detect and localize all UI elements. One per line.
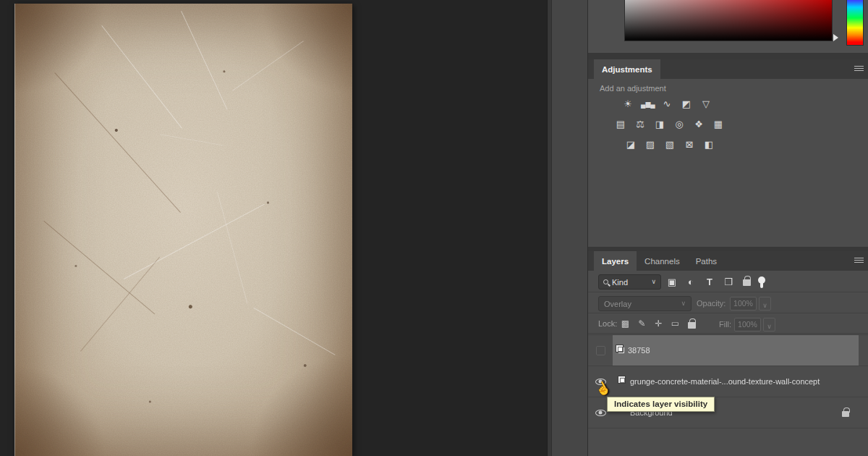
- hue-marker-icon: [833, 34, 838, 41]
- chevron-down-icon: ∨: [767, 323, 772, 330]
- layer-row-38758[interactable]: 38758: [588, 335, 868, 366]
- filter-kind-label: Kind: [612, 278, 651, 287]
- lock-transparency-icon[interactable]: ▩: [620, 318, 631, 329]
- adjustments-content: Add an adjustment ☀ ▄▆▄ ∿ ◩ ▽ ▤ ⚖ ◨ ◎ ❖ …: [588, 79, 868, 247]
- layer-row-body[interactable]: 38758: [613, 335, 859, 366]
- invert-icon[interactable]: ◪: [624, 138, 637, 151]
- document-canvas[interactable]: [14, 4, 352, 456]
- lock-icons: ▩ ✎ ✛ ▭: [620, 316, 702, 331]
- panel-menu-icon[interactable]: [854, 258, 864, 264]
- tab-channels[interactable]: Channels: [637, 251, 688, 271]
- layer-name[interactable]: 38758: [628, 346, 650, 355]
- filter-smart-object-lock-icon[interactable]: [743, 279, 751, 286]
- vibrance-icon[interactable]: ▽: [699, 98, 712, 111]
- black-white-icon[interactable]: ◨: [653, 118, 666, 131]
- layer-name[interactable]: grunge-concrete-material-...ound-texture…: [630, 377, 820, 386]
- exposure-icon[interactable]: ◩: [680, 98, 693, 111]
- lock-move-icon[interactable]: ✛: [653, 318, 664, 329]
- visibility-toggle[interactable]: [588, 335, 613, 366]
- blend-mode-row: Overlay ∨ Opacity: 100% ∨: [588, 293, 868, 313]
- opacity-label: Opacity:: [697, 299, 726, 308]
- layer-filter-row: Kind ∨ ▣ ◐ T ❒: [588, 271, 868, 292]
- filter-type-layers-icon[interactable]: T: [704, 276, 715, 287]
- brightness-contrast-icon[interactable]: ☀: [621, 98, 634, 111]
- collapsed-panel-dock: [551, 0, 587, 456]
- lock-artboard-icon[interactable]: ▭: [670, 318, 681, 329]
- opacity-value[interactable]: 100%: [730, 297, 757, 311]
- gradient-map-icon[interactable]: ⊠: [683, 138, 696, 151]
- color-balance-icon[interactable]: ⚖: [634, 118, 647, 131]
- lock-all-icon[interactable]: [688, 322, 696, 329]
- tooltip: Indicates layer visibility: [607, 397, 715, 412]
- panel-column: Adjustments Add an adjustment ☀ ▄▆▄ ∿ ◩ …: [587, 0, 868, 456]
- texture-grain: [15, 4, 352, 456]
- threshold-icon[interactable]: ▧: [663, 138, 676, 151]
- layers-content: Kind ∨ ▣ ◐ T ❒ Overlay ∨ Opacity:: [588, 271, 868, 456]
- fill-value[interactable]: 100%: [734, 318, 761, 332]
- add-adjustment-hint: Add an adjustment: [600, 84, 666, 93]
- chevron-down-icon: ∨: [681, 300, 686, 307]
- adjustment-icon-row: ◪ ▨ ▧ ⊠ ◧: [624, 138, 722, 151]
- search-icon: [603, 279, 608, 284]
- layer-list: 38758 grunge-concrete-material-...ound-t…: [588, 334, 868, 456]
- photo-filter-icon[interactable]: ◎: [673, 118, 686, 131]
- layer-filtering-toggle-icon[interactable]: [758, 276, 765, 284]
- channel-mixer-icon[interactable]: ❖: [692, 118, 705, 131]
- layers-tab-bar: Layers Channels Paths: [588, 251, 868, 271]
- canvas-workspace: [0, 0, 547, 456]
- color-lookup-icon[interactable]: ▦: [712, 118, 725, 131]
- color-picker-panel: [588, 0, 868, 53]
- saturation-brightness-field[interactable]: [624, 0, 833, 41]
- blend-mode-dropdown[interactable]: Overlay ∨: [598, 296, 692, 311]
- posterize-icon[interactable]: ▨: [644, 138, 657, 151]
- lock-paint-icon[interactable]: ✎: [637, 318, 647, 329]
- panel-menu-icon[interactable]: [854, 66, 864, 72]
- adjustments-tab-bar: Adjustments: [588, 59, 868, 79]
- tab-paths[interactable]: Paths: [688, 251, 725, 271]
- hue-saturation-icon[interactable]: ▤: [614, 118, 627, 131]
- eye-icon: [595, 410, 606, 416]
- tab-layers[interactable]: Layers: [594, 251, 637, 271]
- levels-icon[interactable]: ▄▆▄: [641, 98, 654, 111]
- lock-label: Lock:: [598, 319, 617, 328]
- tab-adjustments[interactable]: Adjustments: [594, 59, 660, 79]
- adjustments-panel: Adjustments Add an adjustment ☀ ▄▆▄ ∿ ◩ …: [588, 59, 868, 247]
- filter-shape-layers-icon[interactable]: ❒: [723, 276, 734, 287]
- adjustment-icon-row: ☀ ▄▆▄ ∿ ◩ ▽: [621, 98, 719, 111]
- background-lock-icon: [842, 411, 849, 417]
- selective-color-icon[interactable]: ◧: [702, 138, 715, 151]
- chevron-down-icon: ∨: [762, 302, 767, 309]
- layer-row-grunge-texture[interactable]: grunge-concrete-material-...ound-texture…: [588, 366, 868, 397]
- fill-label: Fill:: [719, 320, 731, 329]
- layer-row-body[interactable]: grunge-concrete-material-...ound-texture…: [613, 366, 859, 397]
- chevron-down-icon: ∨: [651, 279, 656, 285]
- fill-dropdown-button[interactable]: ∨: [763, 318, 775, 332]
- blend-mode-value: Overlay: [604, 300, 681, 308]
- hidden-visibility-box: [596, 346, 605, 355]
- lock-row: Lock: ▩ ✎ ✛ ▭ Fill: 100% ∨: [588, 314, 868, 334]
- hue-slider[interactable]: [846, 0, 864, 46]
- opacity-dropdown-button[interactable]: ∨: [759, 297, 771, 311]
- filter-kind-dropdown[interactable]: Kind ∨: [598, 274, 661, 290]
- smart-object-badge-icon: [618, 376, 626, 384]
- filter-type-icons: ▣ ◐ T ❒: [666, 274, 770, 290]
- filter-adjustment-layers-icon[interactable]: ◐: [685, 276, 697, 287]
- curves-icon[interactable]: ∿: [660, 98, 673, 111]
- smart-object-badge-icon: [616, 345, 624, 352]
- adjustment-icon-row: ▤ ⚖ ◨ ◎ ❖ ▦: [614, 118, 731, 131]
- layers-panel: Layers Channels Paths Kind ∨ ▣ ◐ T ❒: [588, 251, 868, 456]
- filter-pixel-layers-icon[interactable]: ▣: [666, 276, 678, 287]
